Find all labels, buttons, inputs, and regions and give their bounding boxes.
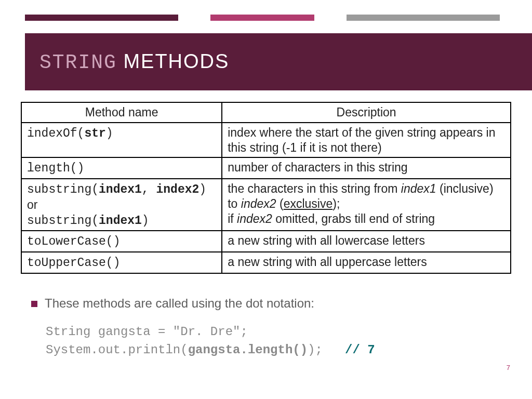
top-accent-bar	[0, 15, 532, 21]
cell-method: toLowerCase()	[21, 231, 222, 252]
methods-table: Method name Description indexOf(str)inde…	[21, 102, 511, 274]
code-line-1: String gangsta = "Dr. Dre";	[46, 325, 248, 339]
page-number: 7	[507, 364, 510, 371]
cell-method: substring(index1, index2)orsubstring(ind…	[21, 179, 222, 231]
cell-description: number of characters in this string	[222, 157, 511, 179]
slide-title: STRING METHODS	[39, 50, 229, 74]
methods-table-container: Method name Description indexOf(str)inde…	[21, 102, 511, 274]
code-line-2-call: gangsta.length()	[188, 343, 308, 357]
accent-segment-gray	[347, 15, 500, 21]
table-header-row: Method name Description	[21, 102, 511, 123]
accent-gap	[314, 15, 347, 21]
code-line-2-left: System.out.println(	[46, 343, 188, 357]
cell-method: indexOf(str)	[21, 123, 222, 158]
code-line-2-right: );	[308, 343, 345, 357]
slide-title-rest: METHODS	[117, 50, 230, 72]
accent-segment-pink	[210, 15, 314, 21]
accent-gap	[178, 15, 210, 21]
slide: STRING METHODS Method name Description i…	[0, 0, 532, 399]
cell-method: length()	[21, 157, 222, 179]
bullet-text: These methods are called using the dot n…	[45, 296, 314, 311]
cell-description: a new string with all uppercase letters	[222, 252, 511, 273]
table-row: toUpperCase()a new string with all upper…	[21, 252, 511, 273]
cell-method: toUpperCase()	[21, 252, 222, 273]
cell-description: a new string with all lowercase letters	[222, 231, 511, 252]
slide-body: These methods are called using the dot n…	[31, 296, 511, 360]
table-row: indexOf(str)index where the start of the…	[21, 123, 511, 158]
code-line-2-comment: // 7	[345, 343, 375, 357]
table-row: substring(index1, index2)orsubstring(ind…	[21, 179, 511, 231]
col-method: Method name	[21, 102, 222, 123]
col-description: Description	[222, 102, 511, 123]
slide-title-code: STRING	[39, 51, 117, 74]
accent-segment-dark	[25, 15, 178, 21]
table-row: toLowerCase()a new string with all lower…	[21, 231, 511, 252]
table-row: length()number of characters in this str…	[21, 157, 511, 179]
bullet-square-icon	[31, 301, 37, 307]
bullet-point: These methods are called using the dot n…	[31, 296, 511, 311]
cell-description: the characters in this string from index…	[222, 179, 511, 231]
slide-title-band: STRING METHODS	[25, 33, 532, 90]
code-sample: String gangsta = "Dr. Dre"; System.out.p…	[46, 323, 511, 360]
cell-description: index where the start of the given strin…	[222, 123, 511, 158]
